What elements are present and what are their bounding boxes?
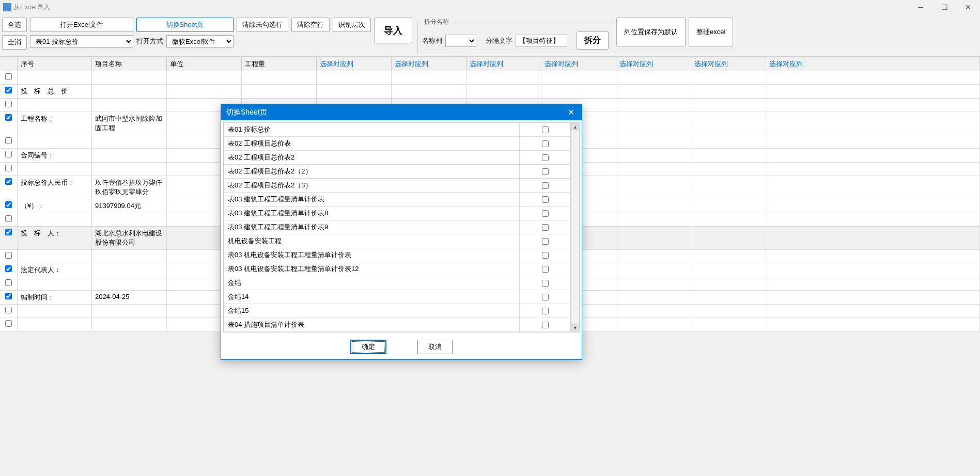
sheet-select[interactable]: 表01 投标总价 xyxy=(30,35,133,47)
split-text-input[interactable] xyxy=(516,35,567,46)
row-cell[interactable] xyxy=(691,277,766,290)
row-check-cell[interactable] xyxy=(0,263,18,277)
row-cell[interactable] xyxy=(317,71,392,84)
switch-sheet-button[interactable]: 切换Sheet页 xyxy=(136,18,234,32)
sheet-list[interactable]: 表01 投标总价表02 工程项目总价表表02 工程项目总价表2表02 工程项目总… xyxy=(223,122,571,332)
row-cell[interactable] xyxy=(691,318,766,331)
row-checkbox[interactable] xyxy=(5,265,12,272)
sheet-list-item[interactable]: 表03 机电设备安装工程工程量清单计价表12 xyxy=(224,262,570,276)
row-cell[interactable] xyxy=(766,163,980,176)
header-qty[interactable]: 工程量 xyxy=(242,57,317,71)
row-seq-cell[interactable]: 工程名称： xyxy=(18,112,92,135)
row-seq-cell[interactable]: 编制时间： xyxy=(18,291,92,304)
row-check-cell[interactable] xyxy=(0,99,18,112)
row-check-cell[interactable] xyxy=(0,318,18,331)
import-button[interactable]: 导入 xyxy=(374,18,412,43)
sheet-list-item[interactable]: 金结15 xyxy=(224,304,570,318)
minimize-button[interactable]: ─ xyxy=(909,0,932,14)
row-name-cell[interactable] xyxy=(92,250,167,263)
row-cell[interactable] xyxy=(466,71,541,84)
row-seq-cell[interactable] xyxy=(18,318,92,331)
row-cell[interactable] xyxy=(616,149,691,162)
row-cell[interactable] xyxy=(541,71,616,84)
row-name-cell[interactable] xyxy=(92,135,167,148)
row-checkbox[interactable] xyxy=(5,307,12,313)
row-cell[interactable] xyxy=(691,213,766,226)
row-cell[interactable] xyxy=(616,318,691,331)
row-name-cell[interactable] xyxy=(92,163,167,176)
row-check-cell[interactable] xyxy=(0,176,18,199)
row-seq-cell[interactable]: 合同编号： xyxy=(18,149,92,162)
row-cell[interactable] xyxy=(616,85,691,98)
tidy-excel-button[interactable]: 整理excel xyxy=(689,18,733,46)
sheet-checkbox[interactable] xyxy=(542,182,549,189)
dialog-ok-button[interactable]: 确定 xyxy=(350,340,386,354)
row-seq-cell[interactable]: （¥）： xyxy=(18,199,92,213)
row-cell[interactable] xyxy=(317,85,392,98)
header-select-3[interactable]: 选择对应列 xyxy=(466,57,541,71)
sheet-list-item[interactable]: 表01 投标总价 xyxy=(224,123,570,137)
row-cell[interactable] xyxy=(616,305,691,318)
row-cell[interactable] xyxy=(616,199,691,213)
row-checkbox[interactable] xyxy=(5,215,12,222)
sheet-checkbox[interactable] xyxy=(542,196,549,203)
row-seq-cell[interactable] xyxy=(18,99,92,112)
row-checkbox[interactable] xyxy=(5,279,12,286)
header-select-4[interactable]: 选择对应列 xyxy=(541,57,616,71)
scroll-up-icon[interactable]: ▲ xyxy=(571,123,579,131)
row-check-cell[interactable] xyxy=(0,213,18,226)
row-name-cell[interactable]: 湖北水总水利水电建设股份有限公司 xyxy=(92,227,167,249)
row-name-cell[interactable]: 2024-04-25 xyxy=(92,291,167,304)
name-col-select[interactable] xyxy=(445,35,476,47)
open-excel-button[interactable]: 打开Excel文件 xyxy=(30,18,133,32)
row-cell[interactable] xyxy=(616,99,691,112)
dialog-close-button[interactable]: ✕ xyxy=(566,107,577,117)
row-seq-cell[interactable]: 投标总价人民币： xyxy=(18,176,92,199)
row-seq-cell[interactable]: 法定代表人： xyxy=(18,263,92,277)
header-seq[interactable]: 序号 xyxy=(18,57,92,71)
row-seq-cell[interactable]: 投 标 人： xyxy=(18,227,92,249)
deselect-all-button[interactable]: 全消 xyxy=(2,35,27,50)
sheet-checkbox[interactable] xyxy=(542,252,549,259)
row-seq-cell[interactable] xyxy=(18,277,92,290)
close-button[interactable]: ✕ xyxy=(956,0,980,14)
row-cell[interactable] xyxy=(691,227,766,249)
row-cell[interactable] xyxy=(616,176,691,199)
row-name-cell[interactable] xyxy=(92,213,167,226)
row-cell[interactable] xyxy=(766,227,980,249)
sheet-checkbox[interactable] xyxy=(542,154,549,161)
row-cell[interactable] xyxy=(392,71,466,84)
clear-empty-button[interactable]: 清除空行 xyxy=(291,18,330,32)
row-cell[interactable] xyxy=(691,250,766,263)
row-checkbox[interactable] xyxy=(5,165,12,171)
header-select-6[interactable]: 选择对应列 xyxy=(691,57,766,71)
row-check-cell[interactable] xyxy=(0,227,18,249)
row-cell[interactable] xyxy=(392,85,466,98)
row-cell[interactable] xyxy=(691,199,766,213)
sheet-list-item[interactable]: 表03 建筑工程工程量清单计价表8 xyxy=(224,207,570,220)
row-check-cell[interactable] xyxy=(0,277,18,290)
row-check-cell[interactable] xyxy=(0,305,18,318)
row-cell[interactable] xyxy=(766,135,980,148)
row-name-cell[interactable] xyxy=(92,71,167,84)
row-cell[interactable] xyxy=(691,85,766,98)
row-cell[interactable] xyxy=(616,291,691,304)
row-check-cell[interactable] xyxy=(0,85,18,98)
row-name-cell[interactable] xyxy=(92,99,167,112)
sheet-list-item[interactable]: 表02 工程项目总价表 xyxy=(224,137,570,151)
row-checkbox[interactable] xyxy=(5,201,12,208)
sheet-list-item[interactable]: 表02 工程项目总价表2（3） xyxy=(224,179,570,193)
sheet-checkbox[interactable] xyxy=(542,294,549,300)
row-unit-cell[interactable] xyxy=(167,71,242,84)
row-name-cell[interactable] xyxy=(92,305,167,318)
row-cell[interactable] xyxy=(616,135,691,148)
sheet-checkbox[interactable] xyxy=(542,266,549,273)
row-name-cell[interactable] xyxy=(92,85,167,98)
row-checkbox[interactable] xyxy=(5,178,12,185)
row-cell[interactable] xyxy=(691,71,766,84)
header-select-7[interactable]: 选择对应列 xyxy=(766,57,980,71)
row-seq-cell[interactable]: 投 标 总 价 xyxy=(18,85,92,98)
row-check-cell[interactable] xyxy=(0,291,18,304)
row-name-cell[interactable]: 武冈市中型水闸除险加固工程 xyxy=(92,112,167,135)
row-check-cell[interactable] xyxy=(0,250,18,263)
